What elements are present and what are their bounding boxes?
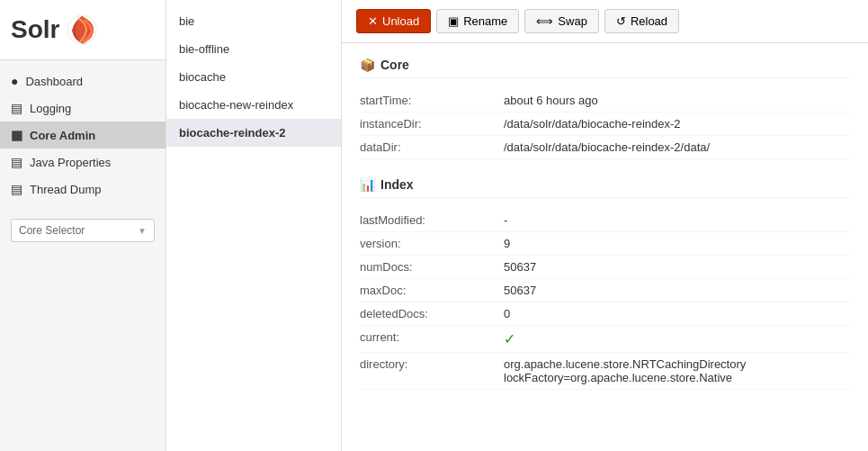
core-info-table: startTime: about 6 hours ago instanceDir… (360, 89, 850, 159)
logging-icon: ▤ (11, 101, 22, 115)
rename-label: Rename (463, 14, 507, 28)
thread-dump-icon: ▤ (11, 182, 22, 196)
swap-button[interactable]: ⟺ Swap (524, 9, 599, 33)
sidebar-item-java-properties-label: Java Properties (30, 156, 111, 169)
unload-label: Unload (382, 14, 419, 28)
core-name: biocache-reindex-2 (179, 126, 286, 140)
table-row: directory: org.apache.lucene.store.NRTCa… (360, 353, 850, 390)
core-section-header: 📦 Core (360, 58, 850, 78)
sidebar: Solr ● Dashboard ▤ Logging ▦ Core Admin (0, 0, 166, 451)
core-list: bie bie-offline biocache biocache-new-re… (166, 0, 342, 451)
swap-label: Swap (558, 14, 587, 28)
table-row: current: ✓ (360, 326, 850, 353)
field-value: 50637 (504, 260, 536, 274)
index-section-icon: 📊 (360, 177, 375, 192)
field-label: maxDoc: (360, 284, 504, 297)
field-label: instanceDir: (360, 117, 504, 131)
table-row: lastModified: - (360, 209, 850, 232)
logo-text: Solr (11, 15, 59, 44)
core-name: bie (179, 14, 194, 28)
sidebar-item-dashboard-label: Dashboard (25, 75, 83, 88)
list-item[interactable]: bie (166, 7, 341, 35)
dashboard-icon: ● (11, 74, 18, 88)
table-row: dataDir: /data/solr/data/biocache-reinde… (360, 136, 850, 159)
table-row: numDocs: 50637 (360, 256, 850, 279)
field-label: version: (360, 237, 504, 250)
java-properties-icon: ▤ (11, 155, 22, 169)
field-value: about 6 hours ago (504, 94, 598, 107)
field-label: dataDir: (360, 140, 504, 154)
list-item-active[interactable]: biocache-reindex-2 (166, 119, 341, 147)
sidebar-item-thread-dump[interactable]: ▤ Thread Dump (0, 176, 166, 203)
sidebar-item-core-admin[interactable]: ▦ Core Admin (0, 122, 166, 149)
rename-icon: ▣ (448, 14, 459, 28)
reload-label: Reload (631, 14, 667, 28)
table-row: version: 9 (360, 232, 850, 256)
logo-area: Solr (0, 0, 166, 60)
list-item[interactable]: bie-offline (166, 35, 341, 63)
reload-icon: ↺ (616, 14, 626, 28)
field-label: directory: (360, 357, 504, 384)
list-item[interactable]: biocache (166, 63, 341, 91)
field-value: 0 (504, 307, 510, 320)
field-value: 9 (504, 237, 510, 250)
core-selector-label: Core Selector (19, 224, 85, 237)
field-value-current: ✓ (504, 330, 515, 347)
index-section-title: Index (380, 177, 414, 192)
core-name: biocache (179, 70, 226, 84)
field-value: - (504, 213, 507, 227)
core-section-title: Core (380, 58, 409, 72)
core-name: bie-offline (179, 42, 229, 56)
field-value: /data/solr/data/biocache-reindex-2 (504, 117, 681, 131)
field-value: 50637 (504, 284, 536, 297)
core-selector-wrap: Core Selector ▼ (0, 210, 166, 251)
sidebar-item-core-admin-label: Core Admin (30, 129, 95, 142)
field-label: numDocs: (360, 260, 504, 274)
field-label: current: (360, 330, 504, 347)
table-row: deletedDocs: 0 (360, 302, 850, 326)
field-value: /data/solr/data/biocache-reindex-2/data/ (504, 140, 710, 154)
swap-icon: ⟺ (536, 14, 553, 28)
unload-icon: ✕ (368, 14, 378, 28)
field-label: startTime: (360, 94, 504, 107)
toolbar: ✕ Unload ▣ Rename ⟺ Swap ↺ Reload (342, 0, 868, 43)
core-selector-dropdown[interactable]: Core Selector ▼ (11, 219, 155, 242)
core-section-icon: 📦 (360, 58, 375, 72)
main-content: ✕ Unload ▣ Rename ⟺ Swap ↺ Reload 📦 Core (342, 0, 868, 451)
nav-items: ● Dashboard ▤ Logging ▦ Core Admin ▤ Jav… (0, 60, 166, 210)
rename-button[interactable]: ▣ Rename (436, 9, 519, 33)
content-area: 📦 Core startTime: about 6 hours ago inst… (342, 43, 868, 422)
index-info-table: lastModified: - version: 9 numDocs: 5063… (360, 209, 850, 390)
sidebar-item-logging[interactable]: ▤ Logging (0, 95, 166, 122)
core-admin-icon: ▦ (11, 128, 22, 142)
unload-button[interactable]: ✕ Unload (356, 9, 431, 33)
core-name: biocache-new-reindex (179, 98, 293, 112)
solr-logo-icon (65, 13, 99, 47)
table-row: instanceDir: /data/solr/data/biocache-re… (360, 113, 850, 136)
list-item[interactable]: biocache-new-reindex (166, 91, 341, 119)
table-row: startTime: about 6 hours ago (360, 89, 850, 113)
chevron-down-icon: ▼ (138, 226, 147, 236)
sidebar-item-dashboard[interactable]: ● Dashboard (0, 68, 166, 95)
reload-button[interactable]: ↺ Reload (604, 9, 679, 33)
field-label: lastModified: (360, 213, 504, 227)
sidebar-item-thread-dump-label: Thread Dump (30, 183, 101, 196)
sidebar-item-java-properties[interactable]: ▤ Java Properties (0, 149, 166, 176)
field-label: deletedDocs: (360, 307, 504, 320)
table-row: maxDoc: 50637 (360, 279, 850, 302)
field-value: org.apache.lucene.store.NRTCachingDirect… (504, 357, 746, 384)
sidebar-item-logging-label: Logging (30, 102, 71, 115)
index-section-header: 📊 Index (360, 177, 850, 198)
